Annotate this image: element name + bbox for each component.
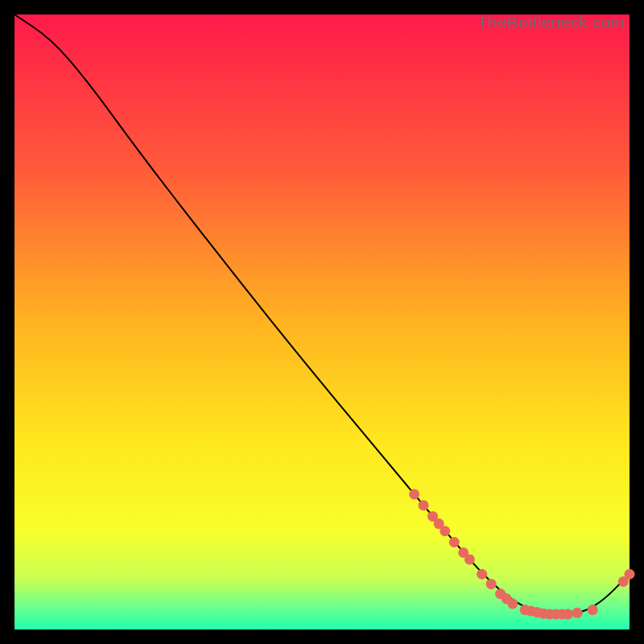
data-marker [477, 569, 487, 580]
data-marker [486, 579, 497, 589]
data-marker [572, 608, 583, 618]
data-marker [464, 554, 475, 564]
data-marker [507, 598, 518, 609]
data-marker [625, 569, 635, 580]
data-marker [563, 609, 573, 619]
chart-frame: TheBottleneck.com [14, 14, 630, 630]
data-marker [419, 500, 429, 510]
data-marker [449, 537, 460, 547]
curve-markers [409, 489, 634, 619]
bottleneck-curve [14, 14, 630, 614]
data-marker [588, 605, 598, 615]
chart-svg [14, 14, 630, 630]
data-marker [409, 489, 419, 499]
data-marker [440, 526, 450, 536]
